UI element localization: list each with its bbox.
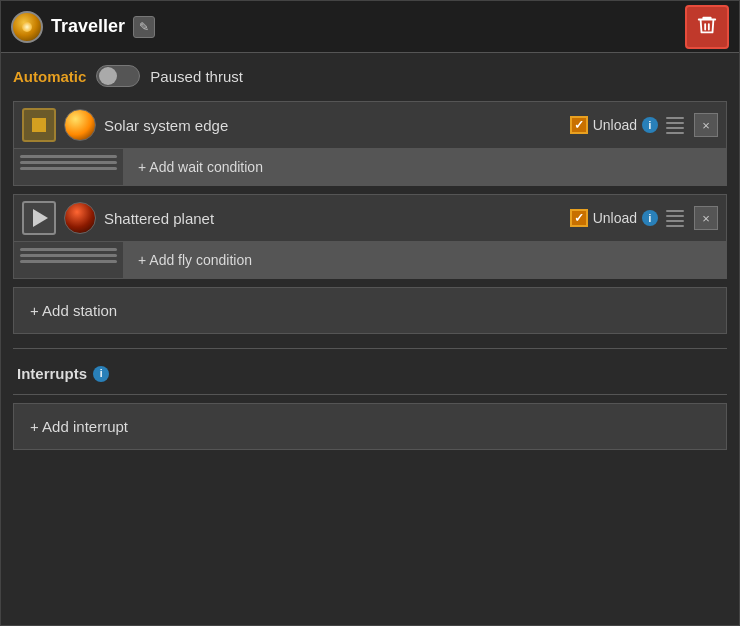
condition-area-solar: + Add wait condition <box>14 149 726 185</box>
station-block-solar: Solar system edge Unload i × <box>13 101 727 186</box>
unload-check-solar: Unload i <box>570 116 658 134</box>
unload-info-shattered[interactable]: i <box>642 210 658 226</box>
condition-left-bar-solar <box>14 149 124 185</box>
station-stop-button[interactable] <box>22 108 56 142</box>
shattered-station-name: Shattered planet <box>104 210 562 227</box>
edit-button[interactable]: ✎ <box>133 16 155 38</box>
cond-line-1 <box>20 155 117 158</box>
solar-planet-icon <box>64 109 96 141</box>
station-row-shattered: Shattered planet Unload i × <box>14 195 726 242</box>
cond-line-3 <box>20 167 117 170</box>
separator <box>13 348 727 349</box>
traveller-window: Traveller ✎ path{stroke:#fff;stroke-widt… <box>0 0 740 626</box>
unload-label-shattered: Unload <box>593 210 637 226</box>
interrupts-label: Interrupts <box>17 365 87 382</box>
paused-thrust-text: Paused thrust <box>150 68 243 85</box>
station-play-button[interactable] <box>22 201 56 235</box>
unload-checkbox-solar[interactable] <box>570 116 588 134</box>
play-icon <box>33 209 48 227</box>
add-station-button[interactable]: + Add station <box>13 287 727 334</box>
unload-check-shattered: Unload i <box>570 209 658 227</box>
cond-line-6 <box>20 260 117 263</box>
window-title: Traveller <box>51 16 125 37</box>
content-area: Automatic Paused thrust Solar system edg… <box>1 53 739 625</box>
title-bar: Traveller ✎ path{stroke:#fff;stroke-widt… <box>1 1 739 53</box>
toggle-knob <box>99 67 117 85</box>
automatic-toggle[interactable] <box>96 65 140 87</box>
condition-left-bar-shattered <box>14 242 124 278</box>
add-fly-condition-button[interactable]: + Add fly condition <box>124 242 726 278</box>
automatic-row: Automatic Paused thrust <box>13 65 727 87</box>
delete-button[interactable]: path{stroke:#fff;stroke-width:2;fill:non… <box>685 5 729 49</box>
close-solar[interactable]: × <box>694 113 718 137</box>
add-wait-condition-button[interactable]: + Add wait condition <box>124 149 726 185</box>
traveller-icon <box>11 11 43 43</box>
solar-station-name: Solar system edge <box>104 117 562 134</box>
automatic-label: Automatic <box>13 68 86 85</box>
title-left: Traveller ✎ <box>11 11 155 43</box>
cond-line-5 <box>20 254 117 257</box>
drag-handle-shattered[interactable] <box>666 201 686 235</box>
cond-line-2 <box>20 161 117 164</box>
trash-icon: path{stroke:#fff;stroke-width:2;fill:non… <box>696 14 718 40</box>
close-shattered[interactable]: × <box>694 206 718 230</box>
stop-icon <box>32 118 46 132</box>
unload-label-solar: Unload <box>593 117 637 133</box>
drag-handle-solar[interactable] <box>666 108 686 142</box>
cond-line-4 <box>20 248 117 251</box>
add-interrupt-button[interactable]: + Add interrupt <box>13 403 727 450</box>
interrupts-header: Interrupts i <box>13 353 727 390</box>
unload-info-solar[interactable]: i <box>642 117 658 133</box>
shattered-planet-icon <box>64 202 96 234</box>
station-block-shattered: Shattered planet Unload i × <box>13 194 727 279</box>
station-row-solar: Solar system edge Unload i × <box>14 102 726 149</box>
separator-2 <box>13 394 727 395</box>
unload-checkbox-shattered[interactable] <box>570 209 588 227</box>
interrupts-info-icon[interactable]: i <box>93 366 109 382</box>
condition-area-shattered: + Add fly condition <box>14 242 726 278</box>
